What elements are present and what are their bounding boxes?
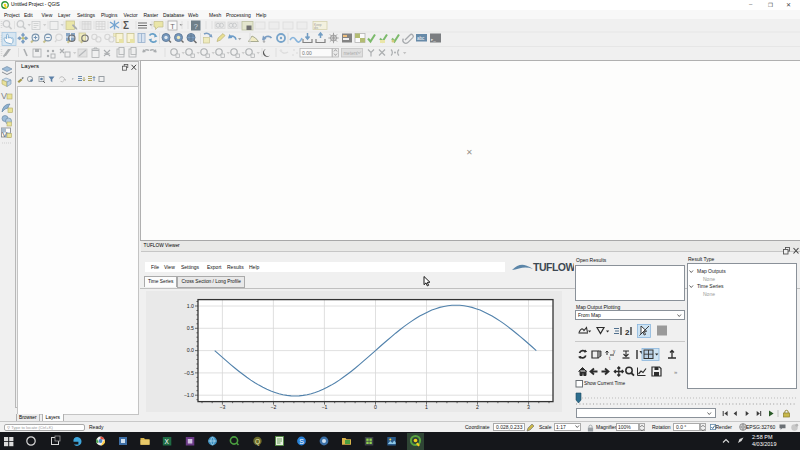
svg-text:V: V bbox=[1, 91, 7, 101]
svg-text:TUFLOW: TUFLOW bbox=[533, 261, 574, 273]
svg-text:−3: −3 bbox=[219, 404, 225, 410]
svg-text:S: S bbox=[299, 438, 304, 445]
svg-text:−2: −2 bbox=[270, 404, 276, 410]
svg-text:2: 2 bbox=[476, 404, 479, 410]
svg-text:2: 2 bbox=[625, 328, 630, 337]
svg-text:0.0: 0.0 bbox=[187, 347, 194, 353]
svg-text:dis: dis bbox=[314, 26, 318, 30]
svg-text:0: 0 bbox=[374, 404, 377, 410]
svg-text:Q: Q bbox=[255, 438, 260, 446]
svg-text:y: y bbox=[613, 349, 616, 354]
svg-text:X: X bbox=[164, 438, 169, 445]
svg-text:1: 1 bbox=[425, 404, 428, 410]
svg-text:t: t bbox=[609, 356, 611, 361]
svg-text:1.0: 1.0 bbox=[187, 303, 194, 309]
svg-text:meters: meters bbox=[344, 51, 359, 56]
svg-text:Σ: Σ bbox=[123, 20, 129, 31]
svg-text:0.00: 0.00 bbox=[302, 50, 312, 56]
svg-text:3: 3 bbox=[527, 404, 530, 410]
svg-text:?: ? bbox=[194, 22, 198, 31]
svg-text:▸_: ▸_ bbox=[431, 37, 436, 42]
svg-text:0.5: 0.5 bbox=[187, 325, 194, 331]
svg-text:abc: abc bbox=[417, 36, 425, 41]
svg-text:−1: −1 bbox=[321, 404, 327, 410]
svg-text:−1.0: −1.0 bbox=[184, 392, 194, 398]
svg-text:»: » bbox=[674, 369, 678, 375]
svg-text:−0.5: −0.5 bbox=[184, 370, 194, 376]
svg-text:T: T bbox=[170, 22, 175, 31]
